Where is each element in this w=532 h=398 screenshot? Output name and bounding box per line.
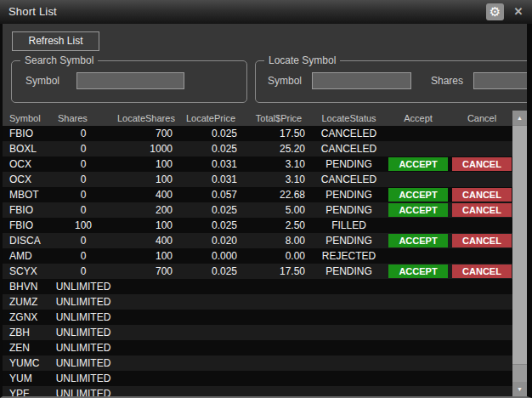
table-row[interactable]: YUMUNLIMITED [3,371,512,386]
scroll-up-icon[interactable]: ▲ [512,111,527,125]
cell-cancel: CANCEL [451,188,512,202]
cancel-button[interactable]: CANCEL [452,157,512,171]
close-icon[interactable]: ✕ [512,5,525,19]
cell-locate-price: 0.020 [177,235,245,247]
cell-total-price: 25.20 [245,143,313,155]
table-row[interactable]: MBOT04000.05722.68PENDINGACCEPTCANCEL [3,187,512,202]
cell-symbol: ZGNX [3,311,49,323]
cell-total-price: 17.50 [245,265,313,277]
search-symbol-legend: Search Symbol [20,54,98,66]
locate-shares-input[interactable] [473,72,527,89]
table-row[interactable]: ZENUNLIMITED [3,340,512,355]
cell-locate-shares: 100 [117,219,177,231]
cell-status: CANCELED [313,143,385,155]
cell-symbol: YUMC [3,357,49,369]
search-symbol-label: Symbol [25,75,59,87]
cell-shares: 100 [49,219,117,231]
search-symbol-group: Search Symbol Symbol [11,60,247,103]
scrollbar-thumb[interactable] [512,125,527,365]
cell-symbol: DISCA [3,235,49,247]
settings-gear-icon[interactable]: ⚙ [486,3,504,20]
cell-symbol: YUM [3,372,49,384]
column-header-locatestatus[interactable]: LocateStatus [313,113,385,123]
cell-symbol: MBOT [3,189,49,201]
cell-accept: ACCEPT [385,203,451,217]
table-row[interactable]: FBIO1001000.0252.50FILLED [3,218,512,233]
cancel-button[interactable]: CANCEL [452,203,512,217]
window-body: Refresh List Search Symbol Symbol Locate… [0,24,532,398]
cell-locate-shares: 100 [117,250,177,262]
cancel-button[interactable]: CANCEL [452,234,512,247]
accept-button[interactable]: ACCEPT [388,234,448,247]
cell-total-price: 0.00 [245,250,313,262]
cell-locate-price: 0.031 [177,173,245,185]
cell-symbol: AMD [3,250,49,262]
cell-status: PENDING [313,158,385,170]
column-header-locateprice[interactable]: LocatePrice [177,113,245,123]
search-symbol-input[interactable] [76,72,184,89]
cell-locate-shares: 100 [117,158,177,170]
table-row[interactable]: OCX01000.0313.10CANCELED [3,172,512,187]
vertical-scrollbar[interactable]: ▲ ▼ [512,111,527,396]
cell-cancel: CANCEL [451,234,512,247]
window-title: Short List [8,5,57,18]
cell-locate-shares: 400 [117,235,177,247]
cell-shares: 0 [49,143,117,155]
accept-button[interactable]: ACCEPT [388,157,448,171]
table-row[interactable]: BHVNUNLIMITED [3,279,512,294]
cell-symbol: BOXL [3,143,49,155]
refresh-list-button[interactable]: Refresh List [12,31,99,51]
cell-symbol: OCX [3,158,49,170]
cell-total-price: 2.50 [245,219,313,231]
table-row[interactable]: AMD01000.0000.00REJECTED [3,248,512,264]
cell-shares: 0 [49,128,117,139]
cell-shares: UNLIMITED [49,357,117,369]
cell-locate-shares: 700 [117,128,177,139]
table-row[interactable]: FBIO07000.02517.50CANCELED [3,126,512,141]
cell-shares: UNLIMITED [49,327,117,338]
cell-status: PENDING [313,265,385,277]
cell-cancel: CANCEL [451,157,512,171]
table-row[interactable]: SCYX07000.02517.50PENDINGACCEPTCANCEL [3,264,512,279]
table-row[interactable]: YUMCUNLIMITED [3,355,512,371]
table-row[interactable]: FBIO02000.0255.00PENDINGACCEPTCANCEL [3,202,512,218]
cell-locate-shares: 700 [117,265,177,277]
cell-symbol: FBIO [3,204,49,216]
cell-symbol: BHVN [3,281,49,293]
table-row[interactable]: ZGNXUNLIMITED [3,310,512,325]
cell-shares: 0 [49,265,117,277]
cell-shares: UNLIMITED [49,311,117,323]
column-header-locateshares[interactable]: LocateShares [117,113,177,123]
cell-shares: 0 [49,204,117,216]
table-row[interactable]: ZBHUNLIMITED [3,325,512,340]
accept-button[interactable]: ACCEPT [388,203,448,217]
cell-status: CANCELED [313,128,385,139]
cancel-button[interactable]: CANCEL [452,264,512,278]
cell-status: FILLED [313,219,385,231]
column-header-accept[interactable]: Accept [385,113,451,123]
column-header-symbol[interactable]: Symbol [3,113,49,123]
table-row[interactable]: OCX01000.0313.10PENDINGACCEPTCANCEL [3,156,512,172]
locate-symbol-input[interactable] [312,72,411,89]
table-body: FBIO07000.02517.50CANCELEDBOXL010000.025… [3,126,512,396]
table-row[interactable]: DISCA04000.0208.00PENDINGACCEPTCANCEL [3,233,512,248]
scroll-down-icon[interactable]: ▼ [512,382,527,396]
cell-status: PENDING [313,189,385,201]
cell-total-price: 3.10 [245,173,313,185]
accept-button[interactable]: ACCEPT [388,188,448,202]
column-header-totalprice[interactable]: Total$Price [245,113,313,123]
column-header-shares[interactable]: Shares [49,113,117,123]
column-header-cancel[interactable]: Cancel [451,113,512,123]
cell-locate-price: 0.025 [177,265,245,277]
accept-button[interactable]: ACCEPT [388,264,448,278]
table-row[interactable]: BOXL010000.02525.20CANCELED [3,141,512,156]
table-row[interactable]: ZUMZUNLIMITED [3,294,512,310]
table-row[interactable]: YPFUNLIMITED [3,386,512,396]
cell-locate-price: 0.031 [177,158,245,170]
cell-locate-price: 0.057 [177,189,245,201]
cell-shares: 0 [49,158,117,170]
locate-symbol-group: Locate Symbol Symbol Shares [255,60,527,103]
cancel-button[interactable]: CANCEL [452,188,512,202]
cell-symbol: FBIO [3,219,49,231]
cell-locate-shares: 1000 [117,143,177,155]
